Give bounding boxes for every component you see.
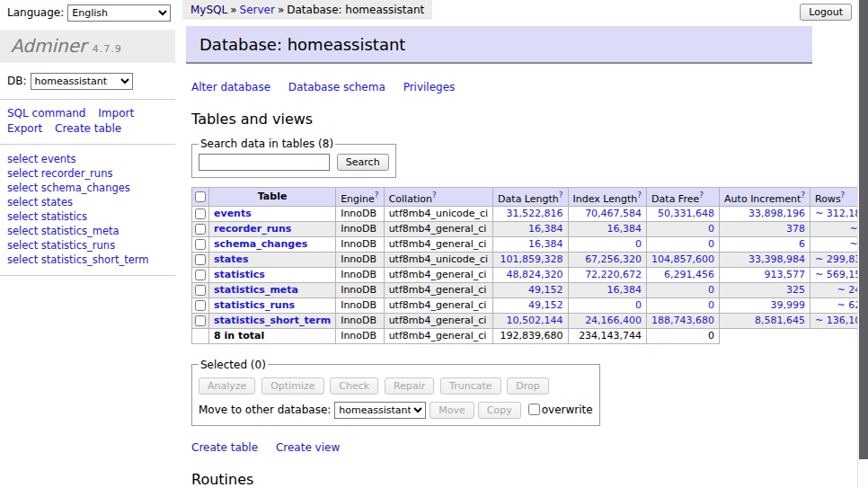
analyze-button[interactable]: Analyze — [199, 377, 255, 395]
data-free-link[interactable]: 50,331,648 — [658, 208, 714, 219]
drop-button[interactable]: Drop — [507, 377, 548, 395]
column-header-index-length: Index Length? — [568, 188, 647, 207]
data-free-link[interactable]: 6,291,456 — [664, 269, 714, 280]
data-length-link[interactable]: 49,152 — [528, 284, 563, 296]
auto-increment-link[interactable]: 33,898,196 — [748, 208, 805, 219]
move-database-select[interactable]: homeassistant — [334, 402, 426, 419]
breadcrumb-mysql-link[interactable]: MySQL — [190, 4, 227, 16]
index-length-link[interactable]: 0 — [635, 238, 642, 250]
selected-fieldset: Selected (0) Analyze Optimize Check Repa… — [191, 359, 600, 426]
data-free-link[interactable]: 104,857,600 — [651, 253, 714, 265]
create-table-link[interactable]: Create table — [191, 441, 258, 454]
index-length-link[interactable]: 16,384 — [607, 284, 642, 296]
auto-increment-link[interactable]: 6 — [799, 238, 805, 250]
privileges-link[interactable]: Privileges — [403, 81, 456, 93]
truncate-button[interactable]: Truncate — [440, 377, 500, 395]
data-free-link[interactable]: 0 — [708, 284, 714, 296]
sidebar-item-select-statistics-short-term[interactable]: select statistics_short_term — [7, 253, 168, 267]
index-length-link[interactable]: 16,384 — [607, 223, 642, 235]
data-free-link[interactable]: 0 — [708, 238, 714, 250]
data-length-link[interactable]: 31,522,816 — [507, 208, 563, 219]
index-length-link[interactable]: 72,220,672 — [585, 269, 642, 280]
row-checkbox[interactable] — [195, 239, 206, 250]
search-button[interactable]: Search — [337, 154, 389, 171]
sidebar-item-select-statistics[interactable]: select statistics — [7, 209, 168, 224]
data-length-link[interactable]: 16,384 — [528, 223, 563, 235]
row-checkbox[interactable] — [195, 209, 206, 219]
select-all-checkbox[interactable] — [195, 191, 206, 202]
data-length-link[interactable]: 48,824,320 — [507, 269, 563, 280]
index-length-link[interactable]: 0 — [635, 299, 642, 311]
alter-database-link[interactable]: Alter database — [191, 81, 270, 93]
data-free-link[interactable]: 188,743,680 — [651, 315, 714, 326]
auto-increment-link[interactable]: 913,577 — [765, 269, 806, 280]
data-free-link[interactable]: 0 — [708, 223, 714, 235]
total-data-free: 0 — [647, 328, 720, 343]
repair-button[interactable]: Repair — [385, 377, 434, 395]
data-free-link[interactable]: 0 — [708, 299, 714, 311]
breadcrumb-server-link[interactable]: Server — [240, 4, 275, 16]
move-button[interactable]: Move — [430, 402, 474, 419]
overwrite-label[interactable]: overwrite — [542, 404, 593, 416]
sidebar-link-create-table[interactable]: Create table — [55, 122, 121, 135]
help-icon[interactable]: ? — [699, 191, 704, 200]
sidebar-item-select-statistics-runs[interactable]: select statistics_runs — [7, 238, 168, 253]
help-icon[interactable]: ? — [375, 191, 379, 200]
database-schema-link[interactable]: Database schema — [288, 81, 385, 93]
auto-increment-link[interactable]: 378 — [786, 223, 805, 235]
row-checkbox[interactable] — [195, 285, 206, 296]
language-select[interactable]: English — [67, 4, 171, 22]
data-length-link[interactable]: 49,152 — [528, 299, 563, 311]
index-length-link[interactable]: 24,166,400 — [585, 315, 642, 326]
engine-cell: InnoDB — [336, 236, 384, 252]
table-link[interactable]: events — [214, 208, 252, 219]
auto-increment-link[interactable]: 33,398,984 — [748, 253, 805, 265]
help-icon[interactable]: ? — [559, 191, 563, 200]
create-view-link[interactable]: Create view — [276, 441, 340, 454]
table-link[interactable]: schema_changes — [214, 238, 307, 250]
data-length-link[interactable]: 16,384 — [528, 238, 563, 250]
row-checkbox[interactable] — [195, 224, 206, 235]
data-length-link[interactable]: 101,859,328 — [500, 253, 563, 265]
table-link[interactable]: statistics_meta — [214, 284, 298, 296]
help-icon[interactable]: ? — [432, 191, 437, 200]
sidebar-item-select-states[interactable]: select states — [7, 195, 168, 209]
index-length-link[interactable]: 70,467,584 — [585, 208, 642, 219]
table-link[interactable]: statistics_runs — [214, 299, 295, 311]
sidebar-table-list: select events select recorder_runs selec… — [7, 152, 168, 267]
search-input[interactable] — [199, 154, 330, 171]
copy-button[interactable]: Copy — [478, 402, 521, 419]
sidebar-item-select-schema-changes[interactable]: select schema_changes — [7, 181, 168, 195]
overwrite-checkbox[interactable] — [528, 404, 540, 415]
sidebar-item-select-recorder-runs[interactable]: select recorder_runs — [7, 166, 168, 181]
sidebar-link-sql-command[interactable]: SQL command — [7, 107, 85, 120]
scrollbar-thumb[interactable] — [859, 0, 868, 459]
vertical-scrollbar[interactable] — [857, 0, 868, 488]
sidebar-link-export[interactable]: Export — [7, 122, 42, 135]
db-select[interactable]: homeassistant — [31, 73, 133, 90]
index-length-link[interactable]: 67,256,320 — [585, 253, 642, 265]
table-link[interactable]: recorder_runs — [214, 223, 291, 235]
data-length-link[interactable]: 10,502,144 — [507, 315, 563, 326]
auto-increment-link[interactable]: 8,581,645 — [755, 315, 805, 326]
table-link[interactable]: states — [214, 253, 249, 265]
help-icon[interactable]: ? — [801, 191, 805, 200]
help-icon[interactable]: ? — [841, 191, 846, 200]
optimize-button[interactable]: Optimize — [261, 377, 323, 395]
row-checkbox[interactable] — [195, 315, 206, 326]
sidebar-item-select-statistics-meta[interactable]: select statistics_meta — [7, 224, 168, 238]
sidebar-item-select-events[interactable]: select events — [7, 152, 168, 166]
logout-button[interactable]: Logout — [800, 4, 852, 21]
table-link[interactable]: statistics_short_term — [214, 315, 331, 326]
help-icon[interactable]: ? — [637, 191, 642, 200]
auto-increment-link[interactable]: 325 — [786, 284, 805, 296]
row-checkbox[interactable] — [195, 254, 206, 265]
check-button[interactable]: Check — [330, 377, 378, 395]
table-link[interactable]: statistics — [214, 269, 265, 280]
row-checkbox[interactable] — [195, 300, 206, 311]
row-checkbox[interactable] — [195, 270, 206, 280]
auto-increment-link[interactable]: 39,999 — [771, 299, 806, 311]
sidebar-link-import[interactable]: Import — [98, 107, 134, 120]
total-data-length: 192,839,680 — [493, 328, 568, 343]
breadcrumb: MySQL»Server»Database: homeassistant — [182, 0, 432, 20]
